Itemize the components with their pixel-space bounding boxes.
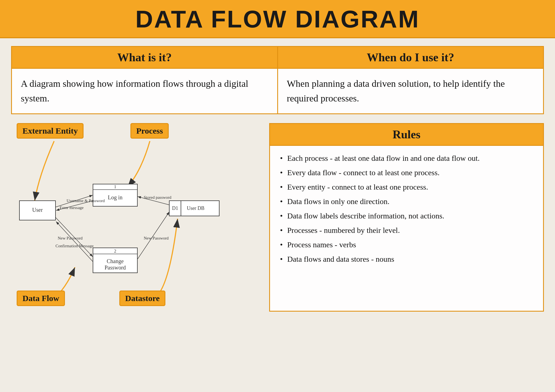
svg-text:Change: Change (107, 258, 123, 264)
main-content: External Entity Process Data Flow Datast… (11, 123, 544, 312)
when-to-use-heading: When do I use it? (278, 47, 543, 69)
svg-text:Confirmation Message: Confirmation Message (56, 244, 94, 248)
svg-text:New Password: New Password (144, 236, 169, 240)
svg-text:1: 1 (114, 184, 116, 189)
rule-item: Every data flow - connect to at least on… (279, 167, 534, 179)
svg-line-23 (56, 217, 93, 257)
svg-text:User DB: User DB (187, 205, 205, 211)
callout-data-flow: Data Flow (17, 291, 65, 306)
svg-line-19 (56, 201, 93, 210)
rule-item: Data flows in only one direction. (279, 196, 534, 207)
page-title: DATA FLOW DIAGRAM (135, 5, 420, 33)
rules-panel: Rules Each process - at least one data f… (269, 123, 544, 312)
rules-body: Each process - at least one data flow in… (270, 146, 543, 274)
info-row: What is it? A diagram showing how inform… (11, 46, 544, 114)
svg-line-17 (56, 195, 93, 207)
svg-text:Error message: Error message (60, 205, 84, 210)
callout-datastore: Datastore (119, 291, 165, 306)
rule-item: Data flows and data stores - nouns (279, 253, 534, 265)
callout-external-entity: External Entity (17, 123, 84, 139)
what-is-it-body: A diagram showing how information flows … (12, 69, 277, 113)
svg-text:2: 2 (114, 249, 116, 253)
header: DATA FLOW DIAGRAM (0, 0, 555, 38)
rule-item: Data flow labels describe information, n… (279, 210, 534, 222)
rule-item: Each process - at least one data flow in… (279, 152, 534, 164)
when-to-use-body: When planning a data driven solution, to… (278, 69, 543, 113)
rule-item: Processes - numbered by their level. (279, 225, 534, 236)
svg-line-27 (138, 212, 169, 259)
rule-item: Every entity - connect to at least one p… (279, 181, 534, 193)
svg-rect-4 (93, 184, 137, 206)
svg-text:Log in: Log in (108, 194, 123, 201)
svg-text:Username & Password: Username & Password (67, 198, 105, 203)
rules-heading: Rules (270, 124, 543, 146)
what-is-it-heading: What is it? (12, 47, 277, 69)
svg-text:User: User (32, 207, 43, 213)
svg-rect-8 (169, 201, 219, 216)
svg-text:Stored password: Stored password (144, 195, 171, 200)
rule-item: Process names - verbs (279, 239, 534, 251)
svg-text:Password: Password (105, 264, 126, 271)
callout-process: Process (130, 123, 169, 139)
svg-rect-12 (93, 248, 137, 273)
svg-text:D1: D1 (172, 205, 178, 211)
when-to-use-card: When do I use it? When planning a data d… (278, 46, 544, 114)
dfd-diagram: External Entity Process Data Flow Datast… (11, 123, 261, 312)
svg-line-21 (138, 197, 169, 205)
svg-line-25 (56, 222, 93, 262)
rules-list: Each process - at least one data flow in… (279, 152, 534, 265)
svg-text:New Password: New Password (58, 236, 83, 240)
svg-rect-2 (19, 201, 56, 220)
what-is-it-card: What is it? A diagram showing how inform… (11, 46, 278, 114)
